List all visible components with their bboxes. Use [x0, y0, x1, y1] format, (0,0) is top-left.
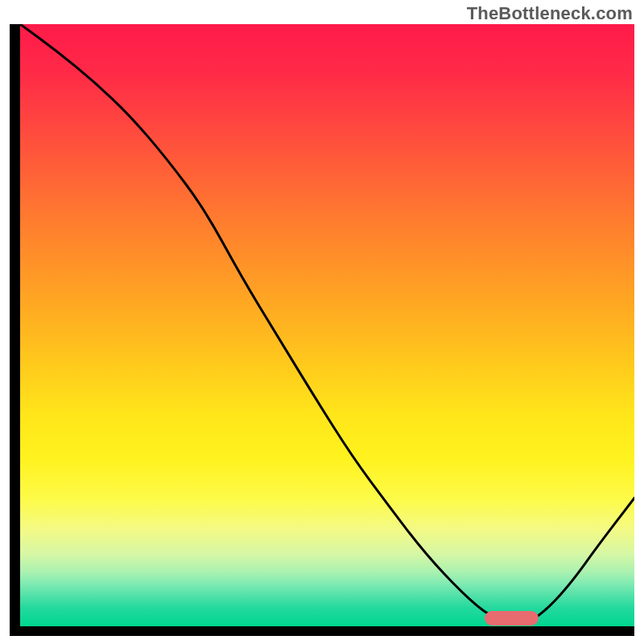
- optimum-marker: [485, 611, 538, 625]
- chart-plot-area: [20, 24, 634, 626]
- chart-frame: [10, 24, 634, 636]
- chart-curve: [20, 24, 634, 626]
- chart-curve-path: [20, 24, 634, 623]
- attribution-label: TheBottleneck.com: [467, 3, 633, 24]
